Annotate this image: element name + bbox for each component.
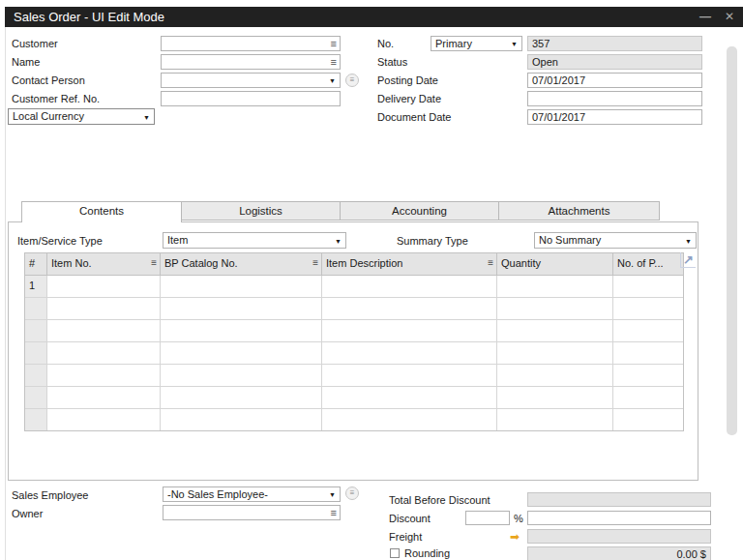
table-cell[interactable] [497, 276, 613, 297]
column-header[interactable]: BP Catalog No.≡ [161, 253, 322, 275]
table-row: 1 [25, 276, 683, 298]
column-header[interactable]: Quantity [497, 253, 613, 275]
table-cell[interactable] [497, 409, 613, 430]
item-service-type-dropdown[interactable]: Item ▼ [163, 232, 346, 249]
items-table-body: 1 [25, 276, 683, 430]
owner-field[interactable]: ≡ [163, 505, 341, 520]
discount-amount-field[interactable] [527, 511, 711, 525]
column-header[interactable]: Item No.≡ [47, 253, 161, 275]
table-cell[interactable] [322, 365, 497, 386]
contact-person-menu-button[interactable]: ≡ [345, 74, 359, 87]
table-cell[interactable] [497, 320, 613, 341]
table-cell[interactable] [47, 298, 161, 319]
table-cell[interactable] [613, 409, 683, 430]
item-service-type-label: Item/Service Type [17, 235, 103, 247]
customer-ref-field[interactable] [161, 91, 341, 106]
doc-no-label: No. [377, 38, 394, 49]
document-date-field[interactable]: 07/01/2017 [527, 109, 702, 125]
table-cell[interactable] [161, 409, 322, 430]
table-cell[interactable] [613, 365, 683, 386]
owner-label: Owner [12, 508, 43, 519]
currency-dropdown[interactable]: Local Currency ▼ [8, 108, 155, 125]
column-header-label: Quantity [501, 257, 541, 269]
row-number-cell[interactable] [25, 409, 47, 430]
table-cell[interactable] [322, 409, 497, 430]
row-number-cell[interactable] [25, 320, 47, 341]
contact-person-dropdown[interactable]: ▼ [161, 73, 341, 88]
window-left-border [5, 27, 6, 560]
row-number-cell[interactable] [25, 342, 47, 364]
column-menu-icon[interactable]: ≡ [151, 257, 157, 268]
tab-attachments[interactable]: Attachments [498, 201, 660, 221]
table-cell[interactable] [322, 298, 497, 319]
table-cell[interactable] [47, 320, 161, 341]
currency-value: Local Currency [13, 110, 84, 122]
minimize-button[interactable]: — [699, 7, 711, 27]
row-number-cell[interactable]: 1 [25, 276, 47, 297]
sales-order-window: Sales Order - UI Edit Mode — ✕ Customer … [0, 0, 743, 560]
table-cell[interactable] [161, 365, 322, 386]
link-arrow-icon[interactable]: ➡ [510, 531, 520, 543]
vertical-scrollbar[interactable] [727, 46, 737, 435]
rounding-value: 0.00 $ [676, 548, 706, 560]
table-cell[interactable] [322, 342, 497, 364]
table-cell[interactable] [161, 276, 322, 297]
tab-logistics[interactable]: Logistics [181, 201, 341, 221]
name-field[interactable]: ≡ [161, 54, 341, 70]
table-cell[interactable] [322, 276, 497, 297]
table-cell[interactable] [47, 342, 161, 364]
table-cell[interactable] [497, 387, 613, 408]
table-cell[interactable] [161, 320, 322, 341]
column-menu-icon[interactable]: ≡ [488, 257, 493, 268]
table-cell[interactable] [47, 409, 161, 430]
delivery-date-field[interactable] [527, 91, 702, 106]
column-header[interactable]: Item Description≡ [322, 253, 497, 275]
row-number-cell[interactable] [25, 298, 47, 319]
table-cell[interactable] [497, 298, 613, 319]
table-cell[interactable] [47, 387, 161, 408]
tab-contents[interactable]: Contents [21, 201, 182, 222]
table-row [25, 298, 683, 320]
table-cell[interactable] [47, 276, 161, 297]
discount-label: Discount [389, 513, 431, 524]
table-cell[interactable] [322, 387, 497, 408]
column-header[interactable]: # [25, 253, 47, 275]
table-cell[interactable] [613, 320, 683, 341]
column-header-label: # [29, 257, 35, 269]
table-cell[interactable] [161, 387, 322, 408]
close-button[interactable]: ✕ [725, 7, 734, 27]
table-cell[interactable] [613, 387, 683, 408]
table-cell[interactable] [322, 320, 497, 341]
choose-from-list-icon[interactable]: ≡ [331, 506, 337, 519]
table-cell[interactable] [613, 342, 683, 364]
rounding-checkbox[interactable] [390, 548, 400, 558]
table-cell[interactable] [161, 342, 322, 364]
customer-field[interactable]: ≡ [161, 36, 341, 51]
row-number-cell[interactable] [25, 365, 47, 386]
column-menu-icon[interactable]: ≡ [312, 257, 318, 268]
tab-accounting[interactable]: Accounting [340, 201, 499, 221]
document-date-label: Document Date [377, 111, 451, 123]
table-cell[interactable] [613, 298, 683, 319]
sales-employee-menu-button[interactable]: ≡ [345, 486, 359, 500]
series-dropdown[interactable]: Primary ▼ [431, 36, 522, 51]
choose-from-list-icon[interactable]: ≡ [331, 37, 337, 50]
summary-type-label: Summary Type [397, 235, 468, 247]
column-header[interactable]: No. of P... [613, 253, 683, 275]
items-table: #Item No.≡BP Catalog No.≡Item Descriptio… [24, 252, 684, 431]
column-header-label: Item No. [51, 257, 92, 269]
chevron-down-icon: ▼ [511, 41, 518, 47]
discount-percent-field[interactable] [465, 511, 510, 525]
items-table-header: #Item No.≡BP Catalog No.≡Item Descriptio… [25, 253, 683, 276]
row-number-cell[interactable] [25, 387, 47, 408]
choose-from-list-icon[interactable]: ≡ [331, 55, 337, 69]
table-cell[interactable] [497, 342, 613, 364]
expand-grid-icon[interactable]: ↗ [680, 252, 696, 268]
sales-employee-dropdown[interactable]: -No Sales Employee- ▼ [163, 486, 341, 502]
table-cell[interactable] [47, 365, 161, 386]
posting-date-field[interactable]: 07/01/2017 [527, 73, 702, 88]
table-cell[interactable] [497, 365, 613, 386]
table-cell[interactable] [613, 276, 683, 297]
summary-type-dropdown[interactable]: No Summary ▼ [534, 232, 697, 249]
table-cell[interactable] [161, 298, 322, 319]
